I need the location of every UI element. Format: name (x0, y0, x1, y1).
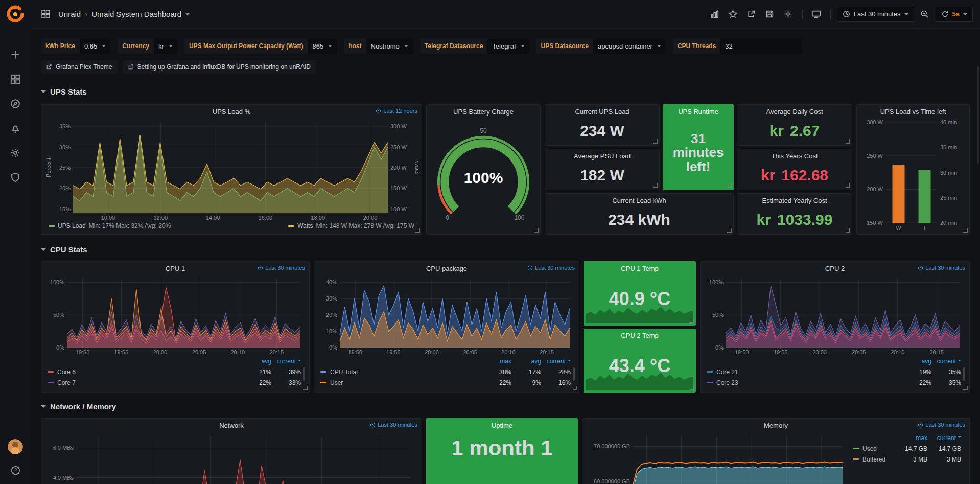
svg-text:14:00: 14:00 (206, 215, 220, 221)
panel-uptime: Uptime 1 month 1 (426, 418, 578, 484)
stat-value: 1 month 1 (430, 437, 574, 459)
zoom-out-icon[interactable] (917, 7, 932, 22)
legend-row: Buffered3 MB3 MB (853, 454, 961, 465)
ups-load-chart[interactable]: 15%20%25%30%35%100 W150 W200 W250 W300 W… (44, 118, 418, 222)
svg-text:200 W: 200 W (867, 186, 883, 192)
add-panel-icon[interactable] (707, 7, 722, 22)
panel-title[interactable]: UPS Battery Charge (453, 108, 514, 116)
svg-text:15%: 15% (59, 206, 71, 212)
panel-cpu-1: CPU 1 Last 30 minutes 0%50%100%19:5019:5… (41, 261, 310, 393)
panel-time-override: Last 30 minutes (527, 265, 575, 271)
svg-text:100%: 100% (50, 279, 64, 285)
variable-cpu-threads: CPU Threads (673, 38, 802, 54)
svg-text:10:00: 10:00 (101, 215, 115, 221)
svg-text:200 W: 200 W (390, 165, 407, 171)
breadcrumb-folder[interactable]: Unraid (58, 10, 81, 18)
link-ups-monitoring-guide[interactable]: Setting up Grafana and InfluxDB for UPS … (123, 60, 316, 74)
alerting-bell-icon[interactable] (10, 123, 21, 134)
configuration-gear-icon[interactable] (10, 147, 21, 158)
cpu1-chart[interactable]: 0%50%100%19:5019:5520:0020:0520:1020:15 (44, 275, 306, 356)
legend-series[interactable]: Watts (297, 222, 313, 229)
dashboards-icon[interactable] (10, 74, 21, 85)
legend-series[interactable]: UPS Load (58, 222, 86, 229)
svg-text:0%: 0% (56, 344, 64, 351)
variable-ups-datasource[interactable]: UPS Datasource apcupsd-container (536, 38, 666, 54)
help-icon[interactable]: ? (10, 465, 21, 476)
svg-text:20:00: 20:00 (153, 349, 168, 355)
user-avatar[interactable] (8, 439, 23, 454)
ups-stats-row: UPS Load % Last 12 hours 15%20%25%30%35%… (41, 104, 970, 235)
cpu-threads-input[interactable] (720, 38, 802, 54)
panel-average-psu-load: Average PSU Load 182 W (545, 149, 660, 190)
star-icon[interactable] (726, 7, 741, 22)
panel-network: Network Last 30 minutes 2.0 MBs4.0 MBs6.… (41, 418, 422, 484)
legend-scrollbar[interactable] (963, 367, 965, 381)
row-header-cpu-stats[interactable]: CPU Stats (41, 244, 970, 255)
time-range-picker[interactable]: Last 30 minutes (837, 7, 914, 22)
clock-icon (843, 10, 850, 18)
cpu1-temp-sparkline (586, 303, 693, 323)
svg-text:10%: 10% (326, 328, 337, 334)
row-header-ups-stats[interactable]: UPS Stats (41, 86, 970, 97)
variable-kwh-price[interactable]: kWh Price 0.65 (41, 38, 110, 54)
variable-currency[interactable]: Currency kr (118, 38, 177, 54)
legend-scrollbar[interactable] (303, 367, 305, 381)
save-icon[interactable] (762, 7, 778, 22)
clock-icon (918, 422, 923, 428)
svg-text:20:10: 20:10 (891, 349, 905, 355)
external-link-icon (128, 64, 134, 70)
variable-host[interactable]: host Nostromo (344, 38, 413, 54)
explore-compass-icon[interactable] (10, 98, 21, 109)
variable-ups-max-output[interactable]: UPS Max Output Power Capacity (Watt) 865 (184, 38, 337, 54)
create-icon[interactable] (10, 49, 21, 60)
tv-kiosk-icon[interactable] (809, 7, 824, 22)
server-admin-shield-icon[interactable] (10, 172, 21, 183)
grafana-logo[interactable] (5, 4, 26, 25)
svg-text:20:15: 20:15 (270, 349, 284, 355)
panel-ups-load-vs-time-left: UPS Load vs Time left 150 W200 W250 W300… (856, 104, 970, 235)
cpu-stats-row: CPU 1 Last 30 minutes 0%50%100%19:5019:5… (41, 261, 970, 393)
share-icon[interactable] (744, 7, 759, 22)
stat-value: kr162.68 (761, 167, 828, 183)
svg-text:0: 0 (446, 214, 449, 221)
legend-row: Core 621%39% (48, 366, 301, 377)
panel-title[interactable]: UPS Load % (213, 108, 250, 116)
cpu2-chart[interactable]: 0%50%100%19:5019:5520:0020:0520:1020:15 (704, 275, 966, 356)
memory-legend: maxcurrent Used14.7 GB14.7 GB Buffered3 … (850, 432, 966, 484)
svg-text:30%: 30% (59, 144, 71, 150)
svg-text:19:50: 19:50 (348, 349, 362, 355)
dashboard-grid-icon[interactable] (38, 7, 53, 22)
variable-telegraf-datasource[interactable]: Telegraf Datasource Telegraf (420, 38, 529, 54)
page-scrollbar[interactable] (977, 66, 979, 164)
ups-bar-chart[interactable]: 150 W200 W250 W300 W20 min25 min30 min35… (860, 118, 966, 232)
network-chart[interactable]: 2.0 MBs4.0 MBs6.0 MBs19:5019:5520:0020:0… (44, 432, 418, 484)
template-variables-row: kWh Price 0.65 Currency kr UPS Max Outpu… (41, 36, 970, 56)
clock-icon (918, 265, 923, 271)
stat-value: 234 W (580, 123, 624, 139)
legend-row: Core 2119%35% (707, 366, 961, 377)
svg-text:0%: 0% (715, 344, 724, 351)
dashboard-title-caret-icon[interactable] (185, 13, 190, 15)
svg-text:100 W: 100 W (390, 206, 407, 212)
link-grafana-plex-theme[interactable]: Grafana Plex Theme (41, 60, 118, 74)
svg-text:300 W: 300 W (390, 123, 407, 129)
panel-ups-runtime: UPS Runtime 31 minutes left! (663, 104, 734, 190)
panel-cpu-2: CPU 2 Last 30 minutes 0%50%100%19:5019:5… (700, 261, 970, 393)
dashboard-title[interactable]: Unraid System Dashboard (91, 10, 181, 18)
external-link-icon (46, 64, 52, 70)
chevron-down-icon (41, 405, 46, 408)
ups-load-legend: UPS LoadMin: 17% Max: 32% Avg: 20% Watts… (44, 222, 418, 232)
row-header-network-memory[interactable]: Network / Memory (41, 401, 970, 412)
cpu-package-chart[interactable]: 0%10%20%30%40%19:5019:5520:0020:0520:102… (317, 275, 576, 356)
legend-scrollbar[interactable] (573, 367, 575, 381)
svg-text:20:10: 20:10 (501, 349, 516, 355)
refresh-button[interactable]: 5s (936, 7, 973, 22)
svg-text:50%: 50% (53, 312, 64, 318)
svg-text:20%: 20% (326, 312, 337, 318)
refresh-icon (941, 10, 949, 18)
clock-icon (527, 265, 533, 271)
dashboard-settings-gear-icon[interactable] (781, 7, 796, 22)
svg-text:25 min: 25 min (940, 195, 957, 201)
memory-chart[interactable]: 50.000000 GB60.000000 GB70.000000 GB19:5… (586, 432, 850, 484)
svg-text:20 min: 20 min (940, 220, 957, 226)
